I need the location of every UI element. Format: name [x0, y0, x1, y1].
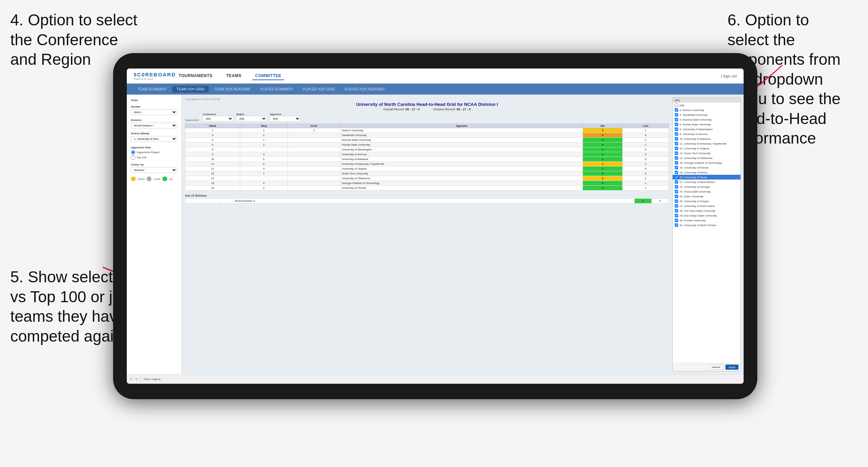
legend: Down Level Up	[131, 176, 177, 181]
dropdown-item[interactable]: 11. University of Arkansas, Fayetteville	[673, 141, 741, 146]
dropdown-header: (All)	[673, 98, 741, 103]
table-row: 11 6 University of Arkansas, Fayettevill…	[185, 162, 669, 167]
dropdown-item[interactable]: 23. Texas A&M University	[673, 189, 741, 194]
dropdown-list: (All) 2. Auburn University 3. Vanderbilt…	[673, 103, 741, 363]
nav-sign-out[interactable]: | Sign out	[721, 74, 737, 78]
table-row: 6 2 Florida State University 4 2	[185, 143, 669, 147]
toolbar-undo[interactable]: ↩	[130, 378, 133, 381]
col-conf: #Conf	[288, 124, 340, 128]
team-section: Team	[131, 99, 177, 102]
center-panel: Last Updated: 4/7/2014 16:55:38 Universi…	[182, 95, 672, 374]
colour-section: Colour by Win/loss	[131, 163, 177, 173]
apply-button[interactable]: Apply	[725, 365, 738, 370]
filter-row: Opponents: Conference (All) Region (All)	[185, 113, 669, 122]
dropdown-item[interactable]: (All)	[673, 103, 741, 108]
col-opponent: Opponent	[340, 124, 583, 128]
toolbar: ↩ ↪ View: Original	[127, 374, 744, 384]
conference-dropdown[interactable]: (All)	[203, 116, 233, 122]
report-header: University of North Carolina Head-to-Hea…	[185, 102, 669, 111]
gender-dropdown[interactable]: Men's	[131, 109, 177, 115]
table-row: NCAA Division II 1 0	[185, 199, 669, 204]
table-row: 4 1 Arizona State University 5 1	[185, 138, 669, 143]
conference-filter: Conference (All)	[203, 113, 233, 122]
table-row: 14 University of Oklahoma 2 2	[185, 176, 669, 181]
school-section: School (Rank) 1. University of Nort...	[131, 132, 177, 142]
table-row: 10 5 University of Alabama 3 0	[185, 157, 669, 162]
dropdown-item[interactable]: 14. University of Oklahoma	[673, 156, 741, 160]
dropdown-item[interactable]: 30. Purdue University	[673, 218, 741, 223]
gender-section: Gender Men's	[131, 105, 177, 115]
toolbar-redo[interactable]: ↪	[135, 378, 138, 381]
region-dropdown[interactable]: (All)	[236, 116, 267, 122]
dropdown-item[interactable]: 31. University of North Florida	[673, 223, 741, 228]
subnav-player-h2h-grid[interactable]: PLAYER H2H GRID	[299, 86, 339, 93]
table-row: 2 1 1 Auburn University 2 1	[185, 128, 669, 133]
dropdown-item[interactable]: 6. Florida State University	[673, 122, 741, 127]
col-loss: Loss	[623, 124, 669, 128]
opponent-dropdown[interactable]: (All)	[270, 116, 301, 122]
dropdown-item[interactable]: 29. San Diego State University	[673, 213, 741, 218]
dropdown-item[interactable]: 8. University of Washington	[673, 127, 741, 132]
data-table: #Rank #Reg #Conf Opponent Win Loss 2 1 1…	[185, 124, 669, 191]
tablet-frame: 5C0REBOARD Powered by Scout TOURNAMENTS …	[113, 53, 757, 399]
out-of-division-table: NCAA Division II 1 0	[185, 198, 669, 204]
report-records: Overall Record: 89 - 17 - 0 Division Rec…	[185, 108, 669, 111]
dropdown-item[interactable]: 22. University of Georgia	[673, 184, 741, 189]
dropdown-item[interactable]: 13. Texas Tech University	[673, 151, 741, 156]
subnav-team-summary[interactable]: TEAM SUMMARY	[134, 86, 171, 93]
sub-nav: TEAM SUMMARY TEAM H2H GRID TEAM H2H HEAT…	[127, 84, 744, 95]
col-rank: #Rank	[185, 124, 240, 128]
radio-opponents-played[interactable]: Opponents Played	[131, 150, 177, 155]
dropdown-item[interactable]: 27. University of Notre Dame	[673, 204, 741, 208]
table-row: 16 2 University of Florida 3 1	[185, 186, 669, 191]
dropdown-item[interactable]: 16. University of Florida	[673, 165, 741, 170]
opponent-filter: Opponent (All)	[270, 113, 301, 122]
dropdown-item[interactable]: 21. University of New Mexico	[673, 180, 741, 184]
main-content: Team Gender Men's Division NCAA Division…	[127, 95, 744, 374]
nav-tournaments[interactable]: TOURNAMENTS	[176, 72, 215, 80]
subnav-team-h2h-grid[interactable]: TEAM H2H GRID	[172, 86, 209, 93]
dropdown-item[interactable]: 25. University of Oregon	[673, 199, 741, 204]
col-win: Win	[583, 124, 623, 128]
nav-committee[interactable]: COMMITTEE	[252, 72, 284, 80]
dropdown-item[interactable]: 15. Georgia Institute of Technology	[673, 160, 741, 165]
table-row: 8 University of Washington 1 0	[185, 147, 669, 152]
table-row: 15 4 Georgia Institute of Technology 5 1	[185, 181, 669, 186]
cancel-button[interactable]: Cancel	[709, 365, 723, 370]
toolbar-view: View: Original	[144, 378, 160, 381]
report-title: University of North Carolina Head-to-Hea…	[185, 102, 669, 107]
opponent-dropdown-panel: (All) (All) 2. Auburn University 3. Vand…	[672, 97, 741, 371]
dropdown-item[interactable]: 9. University of Arizona	[673, 132, 741, 136]
nav-teams[interactable]: TEAMS	[223, 72, 244, 80]
dropdown-footer: Cancel Apply	[673, 363, 741, 371]
legend-dot-down	[131, 176, 136, 181]
opponent-view-radio: Opponents Played Top 100	[131, 150, 177, 160]
dropdown-item[interactable]: 24. Duke University	[673, 194, 741, 199]
region-filter: Region (All)	[236, 113, 267, 122]
subnav-team-h2h-heatmap[interactable]: TEAM H2H HEATMAP	[210, 86, 255, 93]
out-of-division: Out of division NCAA Division II 1 0	[185, 194, 669, 204]
subnav-player-summary[interactable]: PLAYER SUMMARY	[256, 86, 297, 93]
dropdown-item[interactable]: 2. Auburn University	[673, 108, 741, 112]
legend-dot-up	[162, 176, 167, 181]
table-row: 13 1 Texas Tech University 3 0	[185, 171, 669, 176]
dropdown-item[interactable]: 12. University of Virginia	[673, 146, 741, 151]
logo: 5C0REBOARD Powered by Scout	[134, 72, 176, 80]
dropdown-item[interactable]: 20. University of Texas	[673, 175, 741, 180]
dropdown-item[interactable]: 10. University of Alabama	[673, 136, 741, 141]
dropdown-item[interactable]: 3. Vanderbilt University	[673, 112, 741, 117]
subnav-player-h2h-heatmap[interactable]: PLAYER H2H HEATMAP	[341, 86, 389, 93]
opponent-view-section: Opponent View Opponents Played Top 100	[131, 146, 177, 160]
dropdown-item[interactable]: 18. University of Illinois	[673, 170, 741, 175]
left-panel: Team Gender Men's Division NCAA Division…	[127, 95, 182, 374]
division-dropdown[interactable]: NCAA Division I	[131, 123, 177, 128]
division-section: Division NCAA Division I	[131, 119, 177, 128]
radio-top100[interactable]: Top 100	[131, 155, 177, 160]
school-dropdown[interactable]: 1. University of Nort...	[131, 136, 177, 142]
col-reg: #Reg	[240, 124, 288, 128]
dropdown-item[interactable]: 28. The Ohio State University	[673, 208, 741, 213]
colour-dropdown[interactable]: Win/loss	[131, 167, 177, 173]
updated-info: Last Updated: 4/7/2014 16:55:38	[185, 98, 669, 100]
dropdown-item[interactable]: 4. Arizona State University	[673, 117, 741, 122]
table-row: 9 3 University of Arizona 1 0	[185, 152, 669, 157]
